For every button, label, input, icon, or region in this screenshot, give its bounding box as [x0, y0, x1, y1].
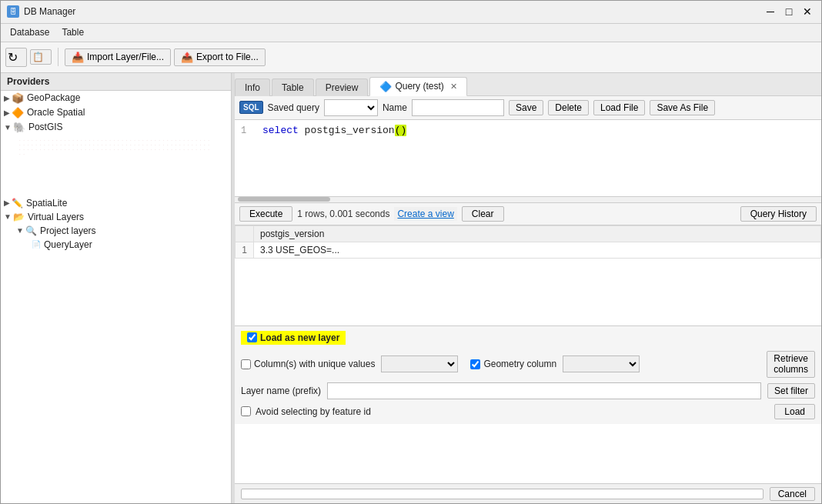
menu-database[interactable]: Database	[4, 25, 55, 40]
tab-table[interactable]: Table	[272, 78, 314, 96]
save-as-file-button[interactable]: Save As File	[650, 100, 715, 115]
create-view-button[interactable]: Create a view	[394, 207, 456, 221]
postgis-label: PostGIS	[28, 122, 63, 132]
querylayer-label: QueryLayer	[44, 239, 92, 250]
arrow-icon: ▶	[4, 94, 10, 102]
arrow-icon: ▶	[4, 199, 10, 207]
geopackage-label: GeoPackage	[27, 92, 80, 103]
query-toolbar: SQL Saved query Name Save Delete Load Fi…	[235, 96, 821, 120]
sidebar-item-geopackage[interactable]: ▶ 📦 GeoPackage	[1, 91, 231, 105]
load-layer-label: Load as new layer	[260, 332, 339, 343]
save-button[interactable]: Save	[509, 100, 543, 115]
row-num-1: 1	[236, 242, 254, 258]
table-row: 1 3.3 USE_GEOS=...	[236, 242, 821, 258]
postgis-icon: 🐘	[13, 122, 25, 133]
saved-query-dropdown[interactable]	[324, 99, 378, 116]
tab-close-icon[interactable]: ✕	[450, 82, 457, 92]
sidebar-title: Providers	[1, 73, 231, 91]
project-layers-label: Project layers	[40, 225, 96, 236]
load-options-row: Column(s) with unique values Geometry co…	[241, 351, 815, 378]
tab-preview[interactable]: Preview	[316, 78, 369, 96]
load-file-button[interactable]: Load File	[593, 100, 645, 115]
sidebar: Providers ▶ 📦 GeoPackage ▶ 🔶 Oracle Spat…	[1, 73, 232, 503]
line-number-1: 1	[241, 125, 256, 136]
horizontal-scrollbar[interactable]	[235, 197, 821, 203]
oracle-label: Oracle Spatial	[27, 107, 85, 118]
sidebar-item-virtual-layers[interactable]: ▼ 📂 Virtual Layers	[1, 210, 231, 224]
geometry-column-option: Geometry column	[470, 359, 556, 369]
minimize-button[interactable]: ─	[763, 5, 778, 18]
load-layer-checkbox[interactable]	[247, 332, 257, 342]
toolbar-separator	[58, 48, 58, 66]
tab-query[interactable]: 🔷 Query (test) ✕	[369, 77, 466, 96]
main-toolbar: ↻ 📋 📥 Import Layer/File... 📤 Export to F…	[1, 42, 821, 73]
query-tab-icon: 🔷	[379, 81, 392, 92]
arrow-icon: ▶	[4, 108, 10, 117]
app-title: DB Manager	[24, 6, 75, 17]
oracle-icon: 🔶	[12, 107, 24, 118]
menubar: Database Table	[1, 24, 821, 42]
row-num-header	[236, 225, 254, 242]
result-info: 1 rows, 0.001 seconds	[297, 209, 389, 219]
unique-values-option: Column(s) with unique values	[241, 359, 375, 369]
geopackage-icon: 📦	[12, 92, 24, 104]
virtual-layers-label: Virtual Layers	[28, 212, 84, 222]
cancel-button[interactable]: Cancel	[770, 487, 815, 501]
sidebar-item-spatialite[interactable]: ▶ ✏️ SpatiaLite	[1, 196, 231, 210]
arrow-icon: ▼	[4, 123, 12, 132]
import-button[interactable]: 📥 Import Layer/File...	[65, 48, 171, 66]
titlebar: 🗄 DB Manager ─ □ ✕	[1, 1, 821, 24]
name-input[interactable]	[412, 99, 504, 116]
code-editor[interactable]: 1 select postgis_version()	[235, 120, 821, 197]
menu-table[interactable]: Table	[55, 25, 90, 40]
arrow-icon: ▼	[4, 212, 12, 221]
load-layer-section: Load as new layer Column(s) with unique …	[235, 325, 821, 424]
avoid-row: Avoid selecting by feature id	[241, 406, 371, 417]
app-icon: 🗄	[7, 5, 19, 18]
layer-name-label: Layer name (prefix)	[241, 386, 321, 396]
execute-toolbar: Execute 1 rows, 0.001 seconds Create a v…	[235, 203, 821, 225]
statusbar: Cancel	[235, 483, 821, 503]
code-text-1: select postgis_version()	[262, 125, 406, 136]
load-layer-checkbox-row: Load as new layer	[241, 331, 815, 345]
delete-button[interactable]: Delete	[548, 100, 589, 115]
refresh-button[interactable]: ↻	[5, 48, 27, 67]
sidebar-item-postgis[interactable]: ▼ 🐘 PostGIS	[1, 120, 231, 135]
clear-button[interactable]: Clear	[462, 206, 504, 222]
tab-info[interactable]: Info	[235, 78, 270, 96]
content-area: Info Table Preview 🔷 Query (test) ✕	[235, 73, 821, 503]
scroll-thumb[interactable]	[238, 197, 330, 202]
unique-values-checkbox[interactable]	[241, 359, 251, 369]
unique-values-dropdown[interactable]	[381, 355, 458, 372]
sidebar-item-oracle[interactable]: ▶ 🔶 Oracle Spatial	[1, 105, 231, 120]
name-label: Name	[383, 102, 407, 113]
load-layer-label-box: Load as new layer	[241, 331, 346, 345]
query-history-button[interactable]: Query History	[740, 206, 817, 222]
saved-query-label: Saved query	[268, 102, 319, 113]
unique-values-label: Column(s) with unique values	[254, 359, 375, 369]
geometry-column-checkbox[interactable]	[470, 359, 480, 369]
set-filter-button[interactable]: Set filter	[767, 383, 815, 399]
execute-button[interactable]: Execute	[239, 206, 292, 222]
maximize-button[interactable]: □	[781, 5, 797, 18]
geometry-column-label: Geometry column	[483, 359, 556, 369]
geometry-column-dropdown[interactable]	[563, 355, 640, 372]
spatialite-label: SpatiaLite	[26, 198, 67, 209]
load-button[interactable]: Load	[774, 404, 815, 419]
layer-name-row: Layer name (prefix) Set filter	[241, 382, 815, 399]
avoid-feature-id-checkbox[interactable]	[241, 406, 251, 416]
progress-bar	[241, 489, 764, 499]
arrow-icon: ▼	[16, 226, 24, 235]
close-button[interactable]: ✕	[800, 5, 815, 18]
layer-name-input[interactable]	[327, 382, 761, 399]
sidebar-item-querylayer[interactable]: 📄 QueryLayer	[1, 238, 231, 252]
cell-postgis-version: 3.3 USE_GEOS=...	[254, 242, 821, 258]
tab-bar: Info Table Preview 🔷 Query (test) ✕	[235, 73, 821, 96]
query-panel: SQL Saved query Name Save Delete Load Fi…	[235, 96, 821, 503]
retrieve-columns-button[interactable]: Retrieve columns	[767, 351, 815, 378]
sidebar-item-project-layers[interactable]: ▼ 🔍 Project layers	[1, 224, 231, 238]
properties-button[interactable]: 📋	[30, 49, 52, 65]
code-line-1: 1 select postgis_version()	[241, 125, 815, 136]
export-button[interactable]: 📤 Export to File...	[174, 48, 266, 66]
results-table: postgis_version 1 3.3 USE_GEOS=...	[235, 225, 821, 259]
